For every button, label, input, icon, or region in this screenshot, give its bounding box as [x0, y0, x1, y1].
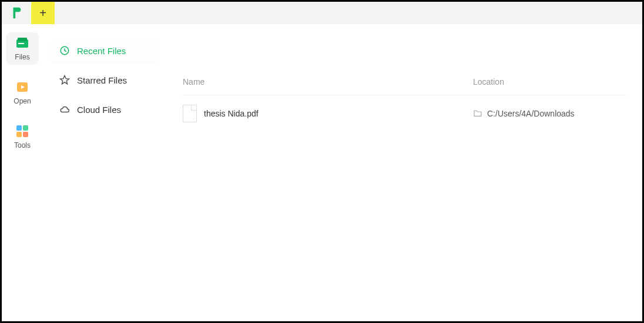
- folder-icon: [473, 109, 482, 119]
- rail-label-files: Files: [15, 53, 29, 61]
- svg-rect-6: [16, 132, 22, 137]
- clock-icon: [59, 45, 70, 56]
- pdf-file-icon: [183, 105, 197, 122]
- file-thumbnail: [183, 105, 204, 122]
- files-icon: [15, 36, 29, 50]
- svg-rect-2: [18, 43, 24, 44]
- star-icon: [59, 75, 70, 85]
- content-area: Name Location thesis Nida.pdf C:/Users/4…: [166, 24, 642, 321]
- open-icon: [15, 80, 29, 94]
- left-rail: Files Open Tools: [2, 24, 43, 321]
- column-header-name: Name: [183, 77, 473, 86]
- svg-rect-1: [18, 38, 27, 41]
- svg-rect-7: [23, 132, 28, 137]
- sidebar-label-recent: Recent Files: [77, 46, 126, 56]
- column-header-location: Location: [473, 77, 626, 86]
- svg-rect-4: [16, 125, 22, 131]
- file-row[interactable]: thesis Nida.pdf C:/Users/4A/Downloads: [183, 95, 626, 132]
- plus-icon: +: [39, 6, 46, 20]
- svg-rect-5: [23, 125, 28, 131]
- titlebar: +: [2, 2, 642, 24]
- main-area: Files Open Tools: [2, 24, 642, 321]
- rail-item-open[interactable]: Open: [6, 76, 39, 109]
- sidebar-label-starred: Starred Files: [77, 75, 127, 85]
- sidebar: Recent Files Starred Files Cloud Files: [43, 24, 166, 321]
- rail-item-tools[interactable]: Tools: [6, 121, 39, 153]
- table-header: Name Location: [183, 77, 626, 95]
- sidebar-item-cloud[interactable]: Cloud Files: [51, 97, 158, 122]
- file-location-cell: C:/Users/4A/Downloads: [473, 109, 626, 119]
- file-location-text: C:/Users/4A/Downloads: [487, 109, 575, 118]
- sidebar-item-recent[interactable]: Recent Files: [51, 38, 158, 63]
- new-tab-button[interactable]: +: [31, 2, 55, 24]
- tools-icon: [15, 124, 29, 138]
- rail-label-tools: Tools: [14, 141, 31, 149]
- file-name: thesis Nida.pdf: [204, 109, 473, 118]
- sidebar-item-starred[interactable]: Starred Files: [51, 68, 158, 92]
- cloud-icon: [59, 104, 70, 115]
- app-logo-icon: [10, 6, 23, 19]
- rail-item-files[interactable]: Files: [6, 32, 39, 65]
- sidebar-label-cloud: Cloud Files: [77, 105, 121, 115]
- app-logo-tab[interactable]: [2, 2, 31, 24]
- rail-label-open: Open: [14, 97, 31, 105]
